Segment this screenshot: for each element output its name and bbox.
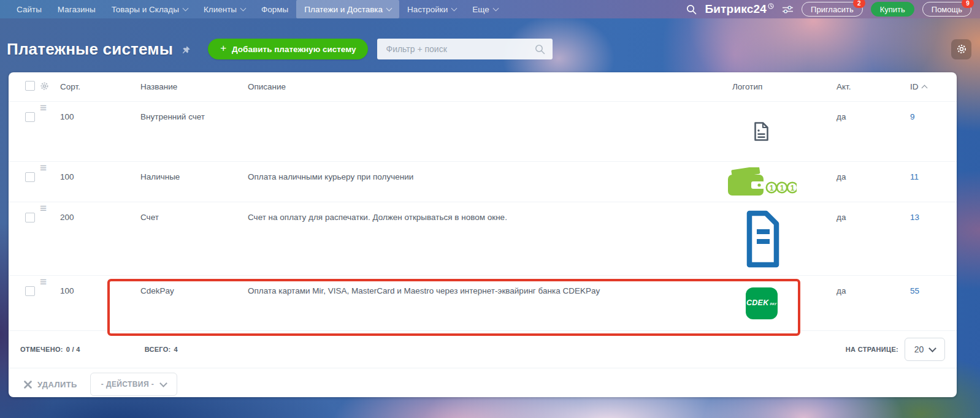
nav-item-products-warehouses[interactable]: Товары и Склады bbox=[104, 0, 196, 18]
column-header-description[interactable]: Описание bbox=[248, 82, 720, 91]
per-page-select[interactable]: 20 bbox=[905, 338, 945, 361]
payment-systems-panel: Сорт. Название Описание Логотип Акт. ID … bbox=[9, 72, 957, 397]
search-icon[interactable] bbox=[535, 44, 545, 55]
per-page-control: НА СТРАНИЦЕ: 20 bbox=[846, 338, 945, 361]
help-label: Помощь bbox=[932, 5, 962, 14]
topbar-right-cluster: Битрикс24 Пригласить 2 Купить Помощь 9 bbox=[686, 2, 971, 17]
chevron-down-icon bbox=[492, 5, 499, 11]
grid-settings-icon[interactable] bbox=[40, 82, 49, 91]
drag-handle-icon[interactable]: ≡ bbox=[40, 101, 47, 114]
cell-description: Оплата наличными курьеру при получении bbox=[248, 162, 720, 181]
svg-text:1: 1 bbox=[779, 183, 784, 192]
nav-item-forms[interactable]: Формы bbox=[253, 0, 296, 18]
pin-icon[interactable] bbox=[181, 45, 191, 55]
id-link[interactable]: 9 bbox=[910, 112, 915, 121]
column-header-name[interactable]: Название bbox=[140, 82, 248, 91]
add-payment-system-button[interactable]: + Добавить платежную систему bbox=[208, 39, 368, 59]
invite-button[interactable]: Пригласить 2 bbox=[802, 2, 863, 17]
select-all-checkbox[interactable] bbox=[25, 81, 35, 91]
cell-description bbox=[248, 102, 720, 112]
cell-description: Счет на оплату для распечатки. Должен от… bbox=[248, 202, 720, 222]
checked-value: 0 / 4 bbox=[66, 346, 80, 353]
main-menu: Сайты Магазины Товары и Склады Клиенты Ф… bbox=[9, 0, 506, 18]
column-header-logo[interactable]: Логотип bbox=[720, 82, 803, 91]
settings-gear-button[interactable] bbox=[951, 39, 971, 59]
sort-asc-icon bbox=[921, 85, 927, 91]
cell-sort: 100 bbox=[60, 162, 140, 181]
chevron-down-icon bbox=[928, 344, 936, 352]
nav-item-payments-delivery[interactable]: Платежи и Доставка bbox=[296, 0, 399, 18]
document-small-icon bbox=[753, 122, 770, 141]
cdek-logo-text: CDEK bbox=[746, 298, 769, 307]
id-header-label: ID bbox=[910, 82, 919, 91]
nav-label: Формы bbox=[261, 5, 288, 14]
actions-dropdown[interactable]: - ДЕЙСТВИЯ - bbox=[90, 373, 177, 396]
filter-search-box bbox=[377, 39, 553, 59]
search-icon[interactable] bbox=[686, 4, 697, 15]
nav-item-clients[interactable]: Клиенты bbox=[196, 0, 253, 18]
buy-button[interactable]: Купить bbox=[871, 2, 914, 17]
cell-sort: 100 bbox=[60, 276, 140, 295]
cell-logo: CDEK PAY bbox=[720, 276, 803, 330]
nav-label: Товары и Склады bbox=[112, 5, 179, 14]
cell-logo bbox=[720, 102, 803, 161]
actions-label: - ДЕЙСТВИЯ - bbox=[101, 380, 154, 389]
row-checkbox[interactable] bbox=[25, 213, 35, 222]
sliders-icon[interactable] bbox=[782, 6, 794, 13]
drag-handle-icon[interactable]: ≡ bbox=[40, 161, 47, 174]
nav-item-settings[interactable]: Настройки bbox=[399, 0, 464, 18]
id-link[interactable]: 11 bbox=[910, 172, 919, 181]
delete-label: УДАЛИТЬ bbox=[37, 380, 77, 389]
column-header-sort[interactable]: Сорт. bbox=[60, 82, 140, 91]
column-header-id[interactable]: ID bbox=[886, 82, 957, 91]
page-header: Платежные системы + Добавить платежную с… bbox=[7, 37, 971, 61]
cell-sort: 200 bbox=[60, 202, 140, 222]
add-button-label: Добавить платежную систему bbox=[232, 45, 356, 54]
nav-item-sites[interactable]: Сайты bbox=[9, 0, 50, 18]
table-footer: ОТМЕЧЕНО: 0 / 4 ВСЕГО: 4 НА СТРАНИЦЕ: 20 bbox=[9, 330, 957, 368]
cell-logo bbox=[720, 202, 803, 275]
nav-label: Сайты bbox=[17, 5, 42, 14]
chevron-down-icon bbox=[182, 5, 188, 11]
column-header-active[interactable]: Акт. bbox=[803, 82, 886, 91]
cdek-pay-logo: CDEK PAY bbox=[746, 287, 778, 319]
chevron-down-icon bbox=[451, 5, 457, 11]
plus-icon: + bbox=[220, 42, 226, 55]
filter-search-input[interactable] bbox=[385, 44, 535, 55]
close-icon bbox=[24, 381, 32, 389]
checked-label: ОТМЕЧЕНО: bbox=[20, 346, 63, 353]
cell-sort: 100 bbox=[60, 102, 140, 121]
cell-active: да bbox=[803, 162, 886, 181]
nav-label: Клиенты bbox=[204, 5, 237, 14]
nav-label: Магазины bbox=[58, 5, 96, 14]
help-badge: 9 bbox=[962, 0, 974, 8]
table-row: ≡ 100 Наличные Оплата наличными курьеру … bbox=[9, 161, 957, 202]
buy-label: Купить bbox=[880, 5, 905, 14]
cell-active: да bbox=[803, 102, 886, 121]
per-page-value: 20 bbox=[914, 344, 924, 354]
table-row: ≡ 200 Счет Счет на оплату для распечатки… bbox=[9, 202, 957, 275]
delete-button[interactable]: УДАЛИТЬ bbox=[20, 379, 81, 390]
coin-icon: 1 bbox=[776, 182, 786, 192]
page-title: Платежные системы bbox=[7, 40, 173, 59]
bitrix24-logo[interactable]: Битрикс24 bbox=[705, 2, 774, 16]
cell-active: да bbox=[803, 276, 886, 295]
row-checkbox[interactable] bbox=[25, 172, 35, 182]
id-link[interactable]: 55 bbox=[910, 286, 919, 295]
cell-description: Оплата картами Mir, VISA, MasterCard и M… bbox=[248, 276, 720, 295]
cell-active: да bbox=[803, 202, 886, 222]
nav-item-more[interactable]: Еще bbox=[464, 0, 505, 18]
total-value: 4 bbox=[174, 346, 178, 353]
id-link[interactable]: 13 bbox=[910, 213, 919, 222]
invite-badge: 2 bbox=[853, 0, 865, 8]
brand-text: Битрикс24 bbox=[705, 2, 767, 16]
cell-name: Наличные bbox=[140, 162, 248, 181]
table-row-highlighted: ≡ 100 CdekPay Оплата картами Mir, VISA, … bbox=[9, 275, 957, 330]
cell-name: Внутренний счет bbox=[140, 102, 248, 121]
nav-item-stores[interactable]: Магазины bbox=[50, 0, 104, 18]
drag-handle-icon[interactable]: ≡ bbox=[40, 202, 47, 215]
row-checkbox[interactable] bbox=[25, 286, 35, 296]
help-button[interactable]: Помощь 9 bbox=[922, 2, 971, 17]
row-checkbox[interactable] bbox=[25, 112, 35, 122]
drag-handle-icon[interactable]: ≡ bbox=[40, 275, 47, 288]
